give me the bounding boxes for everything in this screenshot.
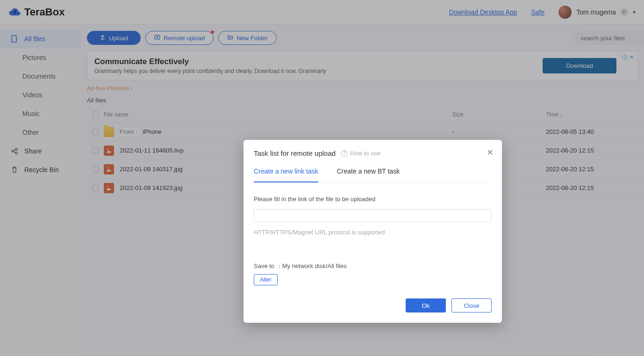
modal-tabs: Create a new link task Create a new BT t… (254, 167, 492, 182)
tab-link-task[interactable]: Create a new link task (254, 167, 318, 182)
alter-button[interactable]: Alter (254, 274, 278, 285)
modal-title-row: Task list for remote upload ? How to use (254, 149, 492, 157)
tab-bt-task[interactable]: Create a new BT task (337, 167, 400, 182)
save-to-label: Save to ：My network disk/All files (254, 262, 492, 270)
help-icon: ? (341, 150, 348, 157)
remote-upload-modal: Task list for remote upload ? How to use… (243, 140, 502, 323)
modal-title: Task list for remote upload (254, 149, 336, 157)
url-input[interactable] (254, 209, 492, 222)
url-hint: HTTP/HTTPS/Magnet URL protocol is suppor… (254, 229, 492, 236)
url-field-label: Please fill in the link of the file to b… (254, 196, 492, 203)
modal-overlay[interactable]: Task list for remote upload ? How to use… (0, 0, 644, 356)
modal-actions: Ok Close (254, 298, 492, 312)
close-icon[interactable]: ✕ (487, 147, 494, 158)
how-to-use-link[interactable]: ? How to use (341, 150, 380, 157)
close-button[interactable]: Close (451, 298, 492, 312)
ok-button[interactable]: Ok (406, 298, 446, 312)
